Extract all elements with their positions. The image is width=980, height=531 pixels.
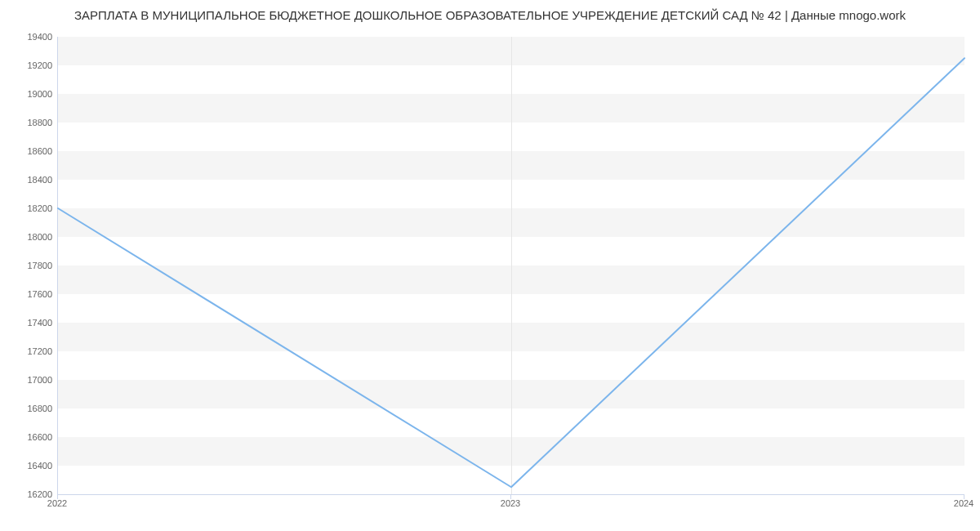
- plot-area: [57, 37, 964, 495]
- series-line: [58, 58, 964, 487]
- x-tick-label: 2023: [501, 498, 520, 508]
- y-tick-label: 17200: [3, 346, 52, 356]
- line-layer: [58, 37, 964, 494]
- y-tick-label: 17600: [3, 289, 52, 299]
- x-tick-label: 2024: [954, 498, 973, 508]
- y-tick-label: 16600: [3, 432, 52, 442]
- y-tick-label: 18800: [3, 118, 52, 127]
- y-tick-label: 16200: [3, 489, 52, 499]
- y-tick-label: 16400: [3, 461, 52, 471]
- y-tick-label: 18000: [3, 232, 52, 242]
- chart-title: ЗАРПЛАТА В МУНИЦИПАЛЬНОЕ БЮДЖЕТНОЕ ДОШКО…: [0, 8, 980, 22]
- y-tick-label: 18200: [3, 203, 52, 213]
- y-tick-label: 17400: [3, 318, 52, 328]
- y-tick-label: 18600: [3, 146, 52, 156]
- y-tick-label: 17800: [3, 261, 52, 270]
- salary-line-chart: ЗАРПЛАТА В МУНИЦИПАЛЬНОЕ БЮДЖЕТНОЕ ДОШКО…: [0, 0, 980, 531]
- y-tick-label: 17000: [3, 375, 52, 385]
- y-tick-label: 16800: [3, 404, 52, 413]
- y-tick-label: 19200: [3, 60, 52, 70]
- x-tick-label: 2022: [47, 498, 67, 508]
- y-tick-label: 19400: [3, 32, 52, 42]
- y-tick-label: 18400: [3, 175, 52, 185]
- y-tick-label: 19000: [3, 89, 52, 99]
